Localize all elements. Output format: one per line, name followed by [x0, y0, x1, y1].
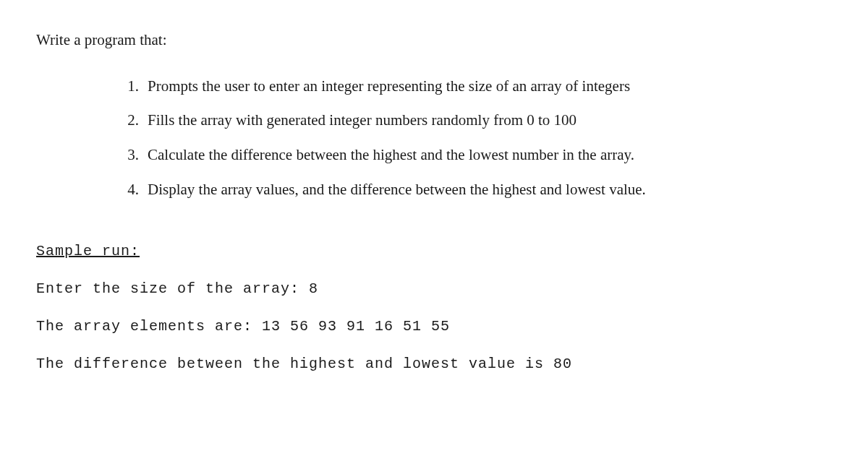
- list-marker: 4.: [123, 176, 148, 205]
- list-marker: 1.: [123, 72, 148, 101]
- sample-line: The array elements are: 13 56 93 91 16 5…: [36, 316, 832, 337]
- sample-line: Enter the size of the array: 8: [36, 278, 832, 300]
- list-item: 2. Fills the array with generated intege…: [123, 106, 832, 135]
- sample-line: The difference between the highest and l…: [36, 353, 832, 375]
- list-text: Fills the array with generated integer n…: [148, 106, 832, 135]
- list-text: Calculate the difference between the hig…: [148, 141, 832, 170]
- instruction-list: 1. Prompts the user to enter an integer …: [36, 72, 832, 205]
- sample-run-heading: Sample run:: [36, 241, 832, 262]
- list-item: 4. Display the array values, and the dif…: [123, 176, 832, 205]
- list-marker: 3.: [123, 141, 148, 170]
- list-text: Display the array values, and the differ…: [148, 176, 832, 205]
- list-marker: 2.: [123, 106, 148, 135]
- list-item: 3. Calculate the difference between the …: [123, 141, 832, 170]
- intro-text: Write a program that:: [36, 29, 832, 52]
- list-text: Prompts the user to enter an integer rep…: [148, 72, 832, 101]
- list-item: 1. Prompts the user to enter an integer …: [123, 72, 832, 101]
